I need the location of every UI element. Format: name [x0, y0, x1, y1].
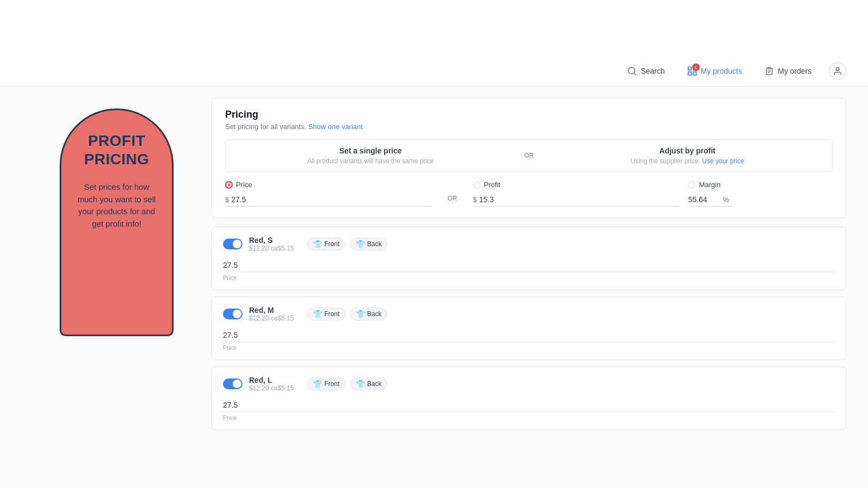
svg-rect-2: [688, 67, 691, 70]
margin-input-wrap: %: [688, 193, 731, 207]
variant-back-btn-2[interactable]: 👕 Back: [350, 377, 388, 390]
variant-thumbs-1: 👕 Front 👕 Back: [305, 307, 388, 320]
main-content: PROFIT PRICING Set prices for how much y…: [0, 87, 868, 488]
variant-cost-2: $12.20 ca$5.15: [249, 384, 294, 392]
show-one-variant-link[interactable]: Show one variant: [308, 123, 362, 131]
my-products-nav-item[interactable]: 1 My products: [682, 62, 746, 80]
shirt-front-icon-0: 👕: [313, 240, 322, 248]
adjust-profit-desc: Using the supplier price. Use your price: [551, 157, 824, 165]
variant-name-2: Red, L: [249, 376, 294, 384]
svg-rect-5: [688, 72, 691, 75]
variant-price-label-2: Price: [223, 414, 835, 421]
variant-price-value-1: 27.5: [223, 331, 835, 342]
toggle-thumb-0: [233, 240, 241, 248]
svg-line-1: [634, 73, 636, 74]
pricing-subtitle: Set pricing for all variants. Show one v…: [225, 123, 833, 131]
search-label: Search: [641, 67, 665, 75]
variant-cost-0: $12.20 ca$5.15: [249, 245, 294, 252]
svg-rect-4: [693, 72, 696, 75]
price-radio-label: Price: [236, 181, 252, 189]
adjust-profit-option: Adjust by profit Using the supplier pric…: [542, 140, 832, 171]
promo-section: PROFIT PRICING Set prices for how much y…: [0, 87, 212, 488]
single-price-title: Set a single price: [234, 146, 507, 155]
shirt-back-icon-1: 👕: [356, 310, 365, 318]
front-label-2: Front: [324, 380, 340, 388]
promo-card: PROFIT PRICING Set prices for how much y…: [60, 108, 174, 336]
orders-icon: [764, 66, 775, 76]
variant-card-1: Red, M $12.20 ca$5.15 👕 Front 👕 Back 27.…: [212, 297, 846, 360]
back-label-0: Back: [367, 240, 382, 248]
price-radio[interactable]: [225, 181, 233, 189]
variant-price-row-1: 27.5 Price: [223, 331, 835, 351]
variant-front-btn-1[interactable]: 👕 Front: [307, 307, 346, 320]
single-price-option: Set a single price All product variants …: [226, 140, 515, 171]
user-avatar[interactable]: [829, 62, 846, 80]
profit-radio-row: Profit: [473, 181, 680, 189]
margin-radio-label: Margin: [699, 181, 720, 189]
svg-point-9: [836, 67, 839, 70]
my-orders-nav-item[interactable]: My orders: [760, 62, 816, 80]
my-products-label: My products: [701, 67, 742, 75]
variant-toggle-0[interactable]: [223, 239, 242, 249]
variant-price-row-0: 27.5 Price: [223, 261, 835, 281]
promo-description: Set prices for how much you want to sell…: [74, 181, 159, 230]
use-your-price-link[interactable]: Use your price: [702, 157, 744, 165]
or-label-middle: OR: [448, 195, 457, 202]
or-divider: OR: [515, 140, 542, 171]
currency-symbol: $: [225, 196, 229, 204]
shirt-front-icon-2: 👕: [313, 380, 322, 388]
variant-back-btn-0[interactable]: 👕 Back: [350, 237, 388, 251]
shirt-back-icon-0: 👕: [356, 240, 365, 248]
variant-header-0: Red, S $12.20 ca$5.15 👕 Front 👕 Back: [223, 236, 835, 252]
toggle-thumb-2: [233, 380, 241, 388]
variant-price-value-2: 27.5: [223, 401, 835, 412]
variant-thumbs-2: 👕 Front 👕 Back: [305, 377, 388, 390]
profit-currency-symbol: $: [473, 196, 477, 204]
price-input[interactable]: [231, 195, 432, 204]
variant-toggle-2[interactable]: [223, 378, 242, 389]
variant-header-1: Red, M $12.20 ca$5.15 👕 Front 👕 Back: [223, 306, 835, 322]
promo-title: PROFIT PRICING: [74, 132, 159, 168]
variant-name-0: Red, S: [249, 236, 294, 245]
adjust-profit-title: Adjust by profit: [551, 146, 824, 155]
my-orders-label: My orders: [778, 67, 812, 75]
variant-cost-1: $12.20 ca$5.15: [249, 314, 294, 322]
content-section: Pricing Set pricing for all variants. Sh…: [212, 87, 868, 488]
svg-rect-6: [768, 67, 771, 69]
margin-input[interactable]: [688, 195, 720, 204]
margin-radio-row: Margin: [688, 181, 833, 189]
search-icon: [627, 66, 637, 76]
front-label-0: Front: [324, 240, 340, 248]
products-badge: 1: [692, 63, 700, 71]
profit-input[interactable]: [479, 195, 680, 204]
pricing-subtitle-text: Set pricing for all variants.: [225, 123, 307, 131]
shirt-front-icon-1: 👕: [313, 310, 322, 318]
price-radio-row: Price: [225, 181, 432, 189]
front-label-1: Front: [324, 310, 340, 318]
variant-card-0: Red, S $12.20 ca$5.15 👕 Front 👕 Back 27.…: [212, 227, 846, 290]
variant-back-btn-1[interactable]: 👕 Back: [350, 307, 388, 320]
header: Search 1 My products My orders: [0, 0, 868, 87]
pricing-title: Pricing: [225, 109, 833, 120]
adjust-profit-desc-text: Using the supplier price.: [630, 157, 700, 165]
variant-toggle-1[interactable]: [223, 309, 242, 319]
profit-input-wrap: $: [473, 193, 680, 207]
price-input-wrap: $: [225, 193, 432, 207]
variant-front-btn-2[interactable]: 👕 Front: [307, 377, 346, 390]
search-nav-item[interactable]: Search: [622, 62, 669, 80]
variant-thumbs-0: 👕 Front 👕 Back: [305, 237, 388, 251]
variant-card-2: Red, L $12.20 ca$5.15 👕 Front 👕 Back 27.…: [212, 367, 846, 430]
variant-front-btn-0[interactable]: 👕 Front: [307, 237, 346, 251]
back-label-1: Back: [367, 310, 382, 318]
back-label-2: Back: [367, 380, 382, 388]
toggle-thumb-1: [233, 310, 241, 318]
variant-header-2: Red, L $12.20 ca$5.15 👕 Front 👕 Back: [223, 376, 835, 392]
profit-radio-label: Profit: [484, 181, 500, 189]
variant-price-label-0: Price: [223, 274, 835, 281]
profit-radio[interactable]: [473, 181, 481, 189]
shirt-back-icon-2: 👕: [356, 380, 365, 388]
variant-cards-container: Red, S $12.20 ca$5.15 👕 Front 👕 Back 27.…: [212, 227, 846, 430]
pct-symbol: %: [723, 196, 729, 204]
variant-price-row-2: 27.5 Price: [223, 401, 835, 421]
margin-radio[interactable]: [688, 181, 695, 189]
